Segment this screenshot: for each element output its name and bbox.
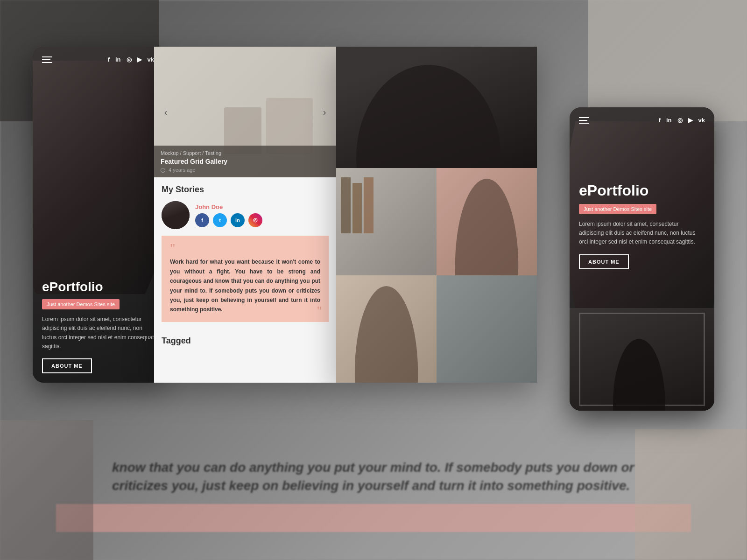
quote-text: Work hard for what you want because it w… (170, 257, 320, 314)
avatar-silhouette (162, 201, 190, 229)
right-grid-panel (336, 47, 537, 383)
author-linkedin-button[interactable]: in (231, 213, 245, 227)
phone-right-content: ePortfolio Just another Demos Sites site… (570, 173, 714, 411)
grid-person-silhouette-1 (356, 65, 517, 168)
bg-photo-bottom-right (635, 429, 747, 560)
slider-prev-button[interactable]: ‹ (159, 105, 173, 119)
author-facebook-button[interactable]: f (195, 213, 209, 227)
author-twitter-button[interactable]: t (213, 213, 227, 227)
bg-photo-top-right (588, 0, 747, 121)
grid-image-1 (336, 47, 537, 168)
phone-right-description: Lorem ipsum dolor sit amet, consectetur … (579, 220, 705, 247)
hamburger-icon[interactable] (42, 56, 52, 63)
slider-next-button[interactable]: › (317, 105, 331, 119)
phone-left-content: ePortfolio Just another Demos Sites site… (33, 270, 163, 383)
grid-image-4 (336, 275, 437, 383)
slider-breadcrumb: Mockup / Support / Testing (161, 150, 330, 156)
slider-post-time: 4 years ago (161, 167, 330, 173)
figure-silhouette-4 (351, 286, 422, 383)
grid-image-2 (336, 168, 437, 275)
stories-section: My Stories John Doe f t in ◎ " Work hard… (154, 177, 336, 336)
phone-left-social-icons: f in ◎ ▶ vk (108, 56, 154, 63)
woman-silhouette (451, 179, 522, 275)
author-row: John Doe f t in ◎ (162, 201, 329, 229)
bg-photo-bottom-left (0, 420, 93, 560)
phone-right-about-button[interactable]: ABOUT ME (579, 254, 629, 269)
phone-right-instagram-icon[interactable]: ◎ (677, 117, 683, 124)
author-avatar (162, 201, 190, 229)
phone-right-tagline: Just another Demos Sites site (579, 204, 656, 214)
author-instagram-button[interactable]: ◎ (248, 213, 262, 227)
grid-image-3 (437, 168, 537, 275)
author-social: John Doe f t in ◎ (195, 203, 262, 227)
books-decoration (341, 177, 374, 233)
middle-panel: ‹ › Mockup / Support / Testing Featured … (154, 47, 336, 383)
phone-right-social-icons: f in ◎ ▶ vk (659, 117, 705, 124)
bg-quote-block: know that you can do anything you put yo… (56, 504, 691, 532)
quote-mark-open: " (170, 243, 320, 253)
slider-post-title: Featured Grid Gallery (161, 158, 330, 165)
slider-caption: Mockup / Support / Testing Featured Grid… (154, 146, 336, 177)
phone-right-hamburger-icon[interactable] (579, 117, 589, 124)
tagged-title: Tagged (162, 336, 329, 346)
phone-left-tagline: Just another Demos Sites site (42, 299, 120, 309)
quote-mark-close: " (317, 303, 322, 318)
slider-area: ‹ › Mockup / Support / Testing Featured … (154, 47, 336, 177)
phone-left-mockup: f in ◎ ▶ vk ePortfolio Just another Demo… (33, 47, 163, 383)
phone-right-brand: ePortfolio (579, 182, 705, 199)
grid-person-1 (336, 47, 537, 168)
phone-right-facebook-icon[interactable]: f (659, 117, 661, 124)
youtube-icon[interactable]: ▶ (137, 56, 142, 63)
author-social-buttons: f t in ◎ (195, 213, 262, 227)
vk-icon[interactable]: vk (148, 56, 154, 63)
phone-right-vk-icon[interactable]: vk (698, 117, 705, 124)
instagram-icon[interactable]: ◎ (127, 56, 132, 63)
bg-quote-text: know that you can do anything you put yo… (112, 458, 635, 495)
phone-right-navbar: f in ◎ ▶ vk (570, 117, 714, 124)
stories-title: My Stories (162, 185, 329, 195)
grid-image-5 (437, 275, 537, 383)
clock-icon (161, 168, 165, 173)
quote-block: " Work hard for what you want because it… (162, 236, 329, 322)
phone-left-brand: ePortfolio (42, 280, 154, 294)
phone-right-linkedin-icon[interactable]: in (666, 117, 672, 124)
phone-left-navbar: f in ◎ ▶ vk (33, 56, 163, 63)
author-name: John Doe (195, 203, 262, 210)
phone-left-description: Lorem ipsum dolor sit amet, consectetur … (42, 315, 154, 351)
phone-right-mockup: f in ◎ ▶ vk ePortfolio Just another Demo… (570, 107, 714, 411)
phone-left-about-button[interactable]: ABOUT ME (42, 358, 92, 373)
phone-right-youtube-icon[interactable]: ▶ (688, 117, 693, 124)
phone-left-person (33, 61, 163, 294)
tagged-section: Tagged (154, 336, 336, 346)
linkedin-icon[interactable]: in (115, 56, 121, 63)
facebook-icon[interactable]: f (108, 56, 110, 63)
